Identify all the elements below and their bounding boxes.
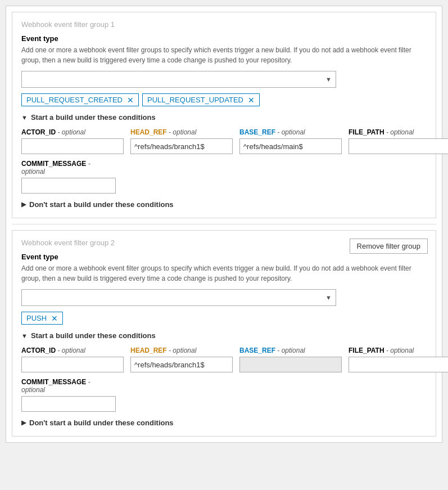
start-conditions-arrow-1: ▼ (21, 114, 28, 121)
remove-filter-group-button[interactable]: Remove filter group (350, 239, 428, 254)
head-ref-label-bold-2: HEAD_REF (130, 347, 167, 354)
actor-id-group-2: ACTOR_ID - optional (21, 347, 124, 372)
dont-start-arrow-2: ▶ (21, 419, 26, 426)
start-conditions-arrow-2: ▼ (21, 332, 28, 339)
dont-start-label-2: Don't start a build under these conditio… (29, 419, 174, 427)
commit-message-input-2[interactable] (21, 396, 116, 412)
page-container: Webhook event filter group 1 Event type … (6, 6, 442, 443)
fields-grid-2: ACTOR_ID - optional HEAD_REF - optional … (21, 347, 427, 372)
head-ref-input-1[interactable] (130, 138, 233, 154)
event-type-dropdown-2[interactable]: PUSH PULL_REQUEST_CREATED PULL_REQUEST_U… (21, 289, 336, 306)
tag-pull-request-updated: PULL_REQUEST_UPDATED ✕ (142, 93, 260, 106)
actor-id-label-2: ACTOR_ID - optional (21, 347, 124, 354)
file-path-label-bold-1: FILE_PATH (349, 128, 384, 136)
dont-start-arrow-1: ▶ (21, 201, 26, 208)
tag-remove-push[interactable]: ✕ (51, 314, 58, 322)
filter-group-2: Webhook event filter group 2 Remove filt… (12, 230, 436, 437)
head-ref-label-2: HEAD_REF - optional (130, 347, 233, 354)
tags-row-2: PUSH ✕ (21, 312, 427, 325)
tag-label-prc: PULL_REQUEST_CREATED (26, 96, 123, 104)
fields-grid-1: ACTOR_ID - optional HEAD_REF - optional … (21, 128, 427, 154)
base-ref-label-1: BASE_REF - optional (239, 128, 342, 136)
commit-message-group-2: COMMIT_MESSAGE -optional (21, 378, 427, 412)
file-path-optional-2: - optional (384, 347, 414, 354)
base-ref-input-1[interactable] (239, 138, 342, 154)
tag-label-pru: PULL_REQUEST_UPDATED (147, 96, 243, 104)
head-ref-label-optional-1: - optional (167, 128, 197, 136)
event-type-description-1: Add one or more a webhook event filter g… (21, 45, 427, 65)
actor-id-label-bold-2: ACTOR_ID (21, 347, 56, 354)
event-type-dropdown-1[interactable]: PULL_REQUEST_CREATED PULL_REQUEST_UPDATE… (21, 71, 336, 88)
head-ref-input-2[interactable] (130, 357, 233, 372)
head-ref-group-1: HEAD_REF - optional (130, 128, 233, 154)
actor-id-input-2[interactable] (21, 357, 124, 372)
head-ref-label-1: HEAD_REF - optional (130, 128, 233, 136)
dont-start-header-1[interactable]: ▶ Don't start a build under these condit… (21, 200, 427, 209)
divider (12, 224, 436, 224)
file-path-label-2: FILE_PATH - optional (349, 347, 448, 354)
actor-id-input-1[interactable] (21, 138, 124, 154)
event-type-label-1: Event type (21, 34, 427, 43)
start-conditions-label-1: Start a build under these conditions (31, 113, 156, 122)
commit-message-bold-1: COMMIT_MESSAGE (21, 160, 86, 168)
dont-start-header-2[interactable]: ▶ Don't start a build under these condit… (21, 419, 427, 427)
base-ref-input-2[interactable] (239, 357, 342, 372)
base-ref-label-optional-1: - optional (275, 128, 305, 136)
base-ref-group-2: BASE_REF - optional (239, 347, 342, 372)
file-path-label-optional-1: - optional (384, 128, 414, 136)
base-ref-label-2: BASE_REF - optional (239, 347, 342, 354)
tag-remove-prc[interactable]: ✕ (127, 96, 134, 104)
start-conditions-header-1[interactable]: ▼ Start a build under these conditions (21, 113, 427, 122)
commit-message-input-1[interactable] (21, 178, 116, 194)
file-path-group-2: FILE_PATH - optional (349, 347, 448, 372)
tag-push: PUSH ✕ (21, 312, 63, 325)
actor-id-group-1: ACTOR_ID - optional (21, 128, 124, 154)
tag-remove-pru[interactable]: ✕ (248, 96, 255, 104)
head-ref-label-bold-1: HEAD_REF (130, 128, 167, 136)
event-type-description-2: Add one or more a webhook event filter g… (21, 263, 427, 284)
tag-label-push: PUSH (26, 314, 47, 322)
actor-id-optional-2: - optional (56, 347, 85, 354)
dont-start-label-1: Don't start a build under these conditio… (29, 200, 174, 209)
head-ref-optional-2: - optional (167, 347, 197, 354)
event-type-dropdown-wrapper-1: PULL_REQUEST_CREATED PULL_REQUEST_UPDATE… (21, 71, 336, 88)
tags-row-1: PULL_REQUEST_CREATED ✕ PULL_REQUEST_UPDA… (21, 93, 427, 106)
file-path-label-1: FILE_PATH - optional (349, 128, 448, 136)
base-ref-label-bold-1: BASE_REF (239, 128, 275, 136)
actor-id-label-bold-1: ACTOR_ID (21, 128, 56, 136)
file-path-input-2[interactable] (349, 357, 448, 372)
base-ref-group-1: BASE_REF - optional (239, 128, 342, 154)
filter-group-1: Webhook event filter group 1 Event type … (12, 12, 436, 218)
base-ref-optional-2: - optional (275, 347, 305, 354)
commit-message-label-1: COMMIT_MESSAGE -optional (21, 160, 427, 176)
tag-pull-request-created: PULL_REQUEST_CREATED ✕ (21, 93, 139, 106)
actor-id-label-1: ACTOR_ID - optional (21, 128, 124, 136)
commit-message-bold-2: COMMIT_MESSAGE (21, 378, 86, 386)
event-type-dropdown-wrapper-2: PUSH PULL_REQUEST_CREATED PULL_REQUEST_U… (21, 289, 336, 306)
start-conditions-label-2: Start a build under these conditions (31, 331, 156, 340)
commit-message-label-2: COMMIT_MESSAGE -optional (21, 378, 427, 394)
actor-id-label-optional-1: - optional (56, 128, 85, 136)
start-conditions-header-2[interactable]: ▼ Start a build under these conditions (21, 331, 427, 340)
head-ref-group-2: HEAD_REF - optional (130, 347, 233, 372)
event-type-label-2: Event type (21, 253, 427, 261)
filter-group-1-title: Webhook event filter group 1 (21, 20, 427, 29)
file-path-input-1[interactable] (349, 138, 448, 154)
file-path-group-1: FILE_PATH - optional (349, 128, 448, 154)
commit-message-group-1: COMMIT_MESSAGE -optional (21, 160, 427, 194)
base-ref-label-bold-2: BASE_REF (239, 347, 275, 354)
file-path-label-bold-2: FILE_PATH (349, 347, 384, 354)
